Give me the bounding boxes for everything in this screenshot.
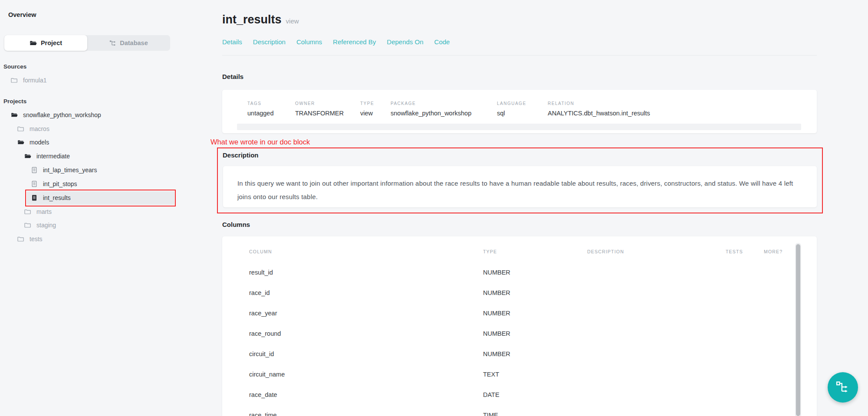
field-label: LANGUAGE — [497, 101, 548, 106]
table-row-circuit-id[interactable]: circuit_id NUMBER — [249, 344, 817, 364]
sidebar-item-models[interactable]: models — [0, 136, 204, 149]
table-row-race-date[interactable]: race_date DATE — [249, 384, 817, 405]
lineage-graph-icon — [835, 380, 850, 395]
sidebar-item-formula1[interactable]: formula1 — [0, 74, 204, 87]
column-name: race_year — [249, 310, 483, 317]
column-name: race_date — [249, 391, 483, 398]
folder-closed-icon — [11, 77, 18, 84]
column-type: NUMBER — [483, 289, 587, 296]
folder-closed-icon — [17, 236, 24, 242]
field-label: RELATION — [548, 101, 817, 106]
table-row-race-time[interactable]: race_time TIME — [249, 405, 817, 416]
folder-open-icon — [24, 153, 31, 160]
sidebar-item-marts[interactable]: marts — [0, 205, 204, 218]
field-value: sql — [497, 110, 548, 117]
column-type: DATE — [483, 391, 587, 398]
field-label: TAGS — [247, 101, 295, 106]
table-row-circuit-name[interactable]: circuit_name TEXT — [249, 364, 817, 384]
tab-details[interactable]: Details — [222, 38, 242, 46]
projects-heading: Projects — [3, 98, 26, 105]
tab-columns[interactable]: Columns — [296, 38, 322, 46]
sidebar-item-intermediate[interactable]: intermediate — [0, 150, 204, 163]
description-section-heading: Description — [223, 151, 259, 159]
details-section-heading: Details — [222, 73, 243, 80]
detail-tabs: Details Description Columns Referenced B… — [222, 38, 460, 46]
tab-description[interactable]: Description — [253, 38, 286, 46]
overview-link[interactable]: Overview — [8, 11, 36, 18]
columns-table-header: COLUMN TYPE DESCRIPTION TESTS MORE? — [249, 249, 817, 255]
column-name: race_time — [249, 412, 483, 416]
sidebar-item-int-lap-times-years[interactable]: int_lap_times_years — [0, 164, 204, 177]
folder-closed-icon — [24, 208, 31, 215]
field-value: snowflake_python_workshop — [391, 110, 497, 117]
column-name: result_id — [249, 269, 483, 276]
sidebar-item-int-results[interactable]: int_results — [0, 191, 204, 204]
materialization-badge: view — [286, 17, 299, 25]
description-card: In this query we want to join out other … — [223, 166, 817, 207]
column-type: NUMBER — [483, 269, 587, 276]
tree-item-label: int_results — [43, 194, 71, 201]
database-tree-icon — [109, 40, 116, 46]
tab-referenced-by[interactable]: Referenced By — [333, 38, 376, 46]
column-type: NUMBER — [483, 310, 587, 317]
field-relation: RELATION ANALYTICS.dbt_hwatson.int_resul… — [548, 101, 817, 117]
folder-open-icon — [11, 111, 18, 118]
col-header-description: DESCRIPTION — [587, 249, 726, 255]
table-row-race-id[interactable]: race_id NUMBER — [249, 282, 817, 303]
field-tags: TAGS untagged — [247, 101, 295, 117]
field-value: untagged — [247, 110, 295, 117]
table-scrollbar-track[interactable] — [795, 243, 801, 416]
tab-depends-on[interactable]: Depends On — [387, 38, 423, 46]
column-name: race_round — [249, 330, 483, 337]
table-row-race-round[interactable]: race_round NUMBER — [249, 323, 817, 344]
columns-section-heading: Columns — [222, 221, 250, 228]
tabs-divider — [222, 55, 817, 56]
sidebar-item-macros[interactable]: macros — [0, 122, 204, 135]
table-row-race-year[interactable]: race_year NUMBER — [249, 303, 817, 323]
column-type: NUMBER — [483, 350, 587, 357]
sidebar-item-int-pit-stops[interactable]: int_pit_stops — [0, 177, 204, 190]
column-type: TIME — [483, 412, 587, 416]
sidebar-item-staging[interactable]: staging — [0, 219, 204, 232]
tree-item-label: int_lap_times_years — [43, 167, 97, 174]
tab-code[interactable]: Code — [434, 38, 450, 46]
sources-heading: Sources — [3, 63, 26, 70]
sidebar-item-snowflake-python-workshop[interactable]: snowflake_python_workshop — [0, 108, 204, 121]
tree-item-label: intermediate — [36, 153, 70, 160]
database-toggle-button[interactable]: Database — [87, 35, 170, 51]
columns-card: COLUMN TYPE DESCRIPTION TESTS MORE? resu… — [222, 236, 817, 416]
tree-item-label: marts — [36, 208, 52, 215]
page-title: int_resultsview — [222, 13, 299, 26]
tree-item-label: tests — [30, 236, 43, 242]
file-icon — [31, 167, 38, 174]
field-package: PACKAGE snowflake_python_workshop — [391, 101, 497, 117]
table-scrollbar-thumb[interactable] — [796, 244, 800, 416]
column-type: TEXT — [483, 371, 587, 378]
field-language: LANGUAGE sql — [497, 101, 548, 117]
field-value: ANALYTICS.dbt_hwatson.int_results — [548, 110, 817, 117]
columns-table: COLUMN TYPE DESCRIPTION TESTS MORE? resu… — [222, 236, 817, 416]
field-label: TYPE — [360, 101, 391, 106]
database-toggle-label: Database — [120, 39, 148, 46]
lineage-graph-button[interactable] — [828, 372, 858, 403]
col-header-tests: TESTS — [726, 249, 764, 255]
folder-closed-icon — [17, 125, 24, 132]
description-text: In this query we want to join out other … — [223, 166, 817, 203]
file-filled-icon — [31, 194, 38, 201]
folder-closed-icon — [24, 222, 31, 229]
details-card: TAGS untagged OWNER TRANSFORMER TYPE vie… — [222, 90, 817, 133]
tree-item-label: snowflake_python_workshop — [23, 111, 101, 118]
field-owner: OWNER TRANSFORMER — [295, 101, 360, 117]
model-name: int_results — [222, 13, 282, 26]
col-header-more: MORE? — [764, 249, 817, 255]
sidebar-item-tests[interactable]: tests — [0, 233, 204, 246]
sidebar-view-toggle: Project Database — [4, 35, 170, 51]
field-value: view — [360, 110, 391, 117]
column-name: circuit_id — [249, 350, 483, 357]
file-icon — [31, 180, 38, 187]
field-label: PACKAGE — [391, 101, 497, 106]
annotation-note: What we wrote in our doc block — [210, 138, 310, 146]
project-toggle-button[interactable]: Project — [4, 35, 87, 51]
table-row-result-id[interactable]: result_id NUMBER — [249, 262, 817, 282]
column-name: race_id — [249, 289, 483, 296]
